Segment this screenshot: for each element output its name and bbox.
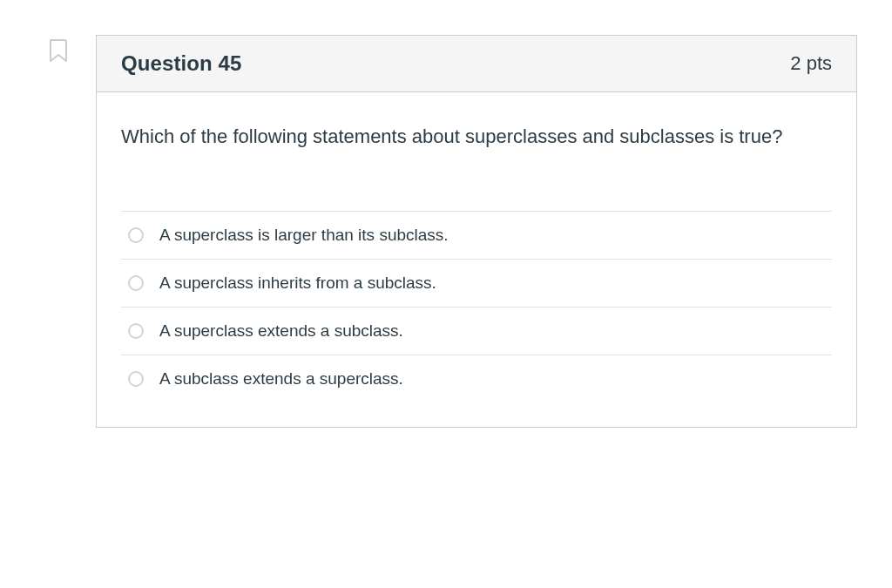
option-row[interactable]: A superclass inherits from a subclass. xyxy=(121,260,832,308)
option-row[interactable]: A superclass extends a subclass. xyxy=(121,308,832,355)
question-header: Question 45 2 pts xyxy=(97,36,856,92)
bookmark-flag-icon[interactable] xyxy=(47,38,70,63)
option-radio[interactable] xyxy=(128,371,144,387)
question-title: Question 45 xyxy=(121,51,241,76)
question-prompt: Which of the following statements about … xyxy=(121,122,832,152)
option-label: A superclass extends a subclass. xyxy=(159,321,403,341)
option-row[interactable]: A superclass is larger than its subclass… xyxy=(121,212,832,260)
option-radio[interactable] xyxy=(128,275,144,291)
option-radio[interactable] xyxy=(128,323,144,339)
option-label: A superclass inherits from a subclass. xyxy=(159,274,436,293)
option-label: A subclass extends a superclass. xyxy=(159,369,403,389)
question-points: 2 pts xyxy=(790,52,832,75)
option-row[interactable]: A subclass extends a superclass. xyxy=(121,355,832,402)
question-body: Which of the following statements about … xyxy=(97,92,856,427)
option-radio[interactable] xyxy=(128,227,144,243)
option-label: A superclass is larger than its subclass… xyxy=(159,226,449,245)
options-list: A superclass is larger than its subclass… xyxy=(121,211,832,402)
question-card: Question 45 2 pts Which of the following… xyxy=(96,35,857,428)
